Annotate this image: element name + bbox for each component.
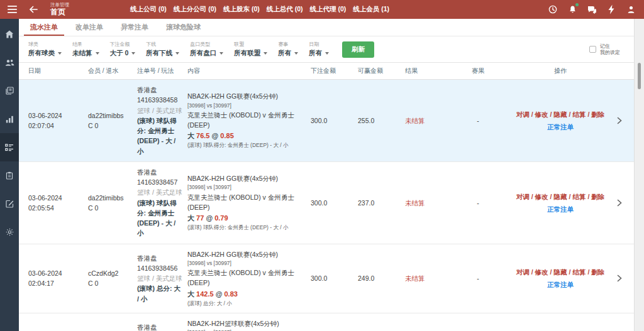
normal-bet-link[interactable]: 正常注单 [508,122,613,132]
chevron-down-icon [264,52,267,55]
breadcrumb: 注单管理 [50,3,69,8]
action-swap[interactable]: 对调 [516,193,530,200]
table-row[interactable]: 03-06-2024 02:05:54 da22timibbs C 0 香港盘 … [19,162,634,244]
tab-modified-bets[interactable]: 改单注单 [67,19,112,36]
bet-sport: 篮球 / 美式足球 [137,273,184,283]
action-swap[interactable]: 对调 [516,111,530,118]
tab-inplay-danger[interactable]: 滚球危险球 [157,19,209,36]
normal-bet-link[interactable]: 正常注单 [508,204,613,214]
chat-icon[interactable] [586,4,597,15]
match-score: - [452,116,508,126]
scrollbar-thumb[interactable] [638,63,641,89]
action-swap[interactable]: 对调 [516,268,530,276]
sidebar-item-home[interactable] [0,20,19,48]
league-name: NBA2K-H2H GG联赛(4x5分钟) [187,249,307,259]
header-amount: 下注金额 [311,67,358,75]
action-delete[interactable]: 删除 [591,111,604,118]
bet-play-type: (滚球) 球队得分: 金州勇士 (DEEP) - 大 / 小 [137,116,184,156]
bell-icon[interactable] [567,4,578,15]
sidebar-item-clipboard[interactable] [0,161,19,190]
sidebar-item-notes[interactable] [0,190,19,218]
nav-online-agent[interactable]: 线上代理 (0) [310,5,347,14]
back-arrow-icon[interactable] [25,1,42,18]
chevron-down-icon [58,52,62,55]
bet-id: 14163938457 [137,177,184,187]
nav-online-shareholder[interactable]: 线上股东 (0) [223,5,260,14]
match-score: - [452,273,508,283]
match-ids: [30998] vs [30997] [187,183,307,192]
chevron-down-icon [294,52,298,55]
documents-icon [5,87,14,95]
normal-bet-link[interactable]: 正常注单 [508,279,613,290]
action-settle[interactable]: 结算 [572,193,586,200]
bet-play-sub: (滚球) 球队得分: 金州勇士 (DEEP) - 大 / 小 [187,224,307,232]
table-row[interactable]: 03-06-2024 02:07:04 da22timibbs C 0 香港盘 … [19,80,634,162]
action-hide[interactable]: 隐藏 [554,193,567,200]
action-hide[interactable]: 隐藏 [554,111,567,118]
tab-running-bets[interactable]: 流水注单 [21,19,67,36]
remember-settings-checkbox[interactable] [589,46,596,53]
tab-abnormal-bets[interactable]: 异常注单 [112,19,157,36]
page-title-block: 注单管理 首页 [50,3,69,16]
bet-content: NBA2K-H2H篮球联赛(4x5分钟) [30828] vs [30827] … [187,318,311,331]
nav-online-subcompany[interactable]: 线上分公司 (0) [174,5,216,14]
refresh-button[interactable]: 刷新 [342,41,374,58]
filter-sport-dropdown[interactable]: 球类 所有球类 [28,41,62,58]
bet-sport: 篮球 / 美式足球 [137,187,184,197]
filter-date-dropdown[interactable]: 日期 所有 [309,41,329,58]
sidebar-item-bet-orders[interactable] [0,133,19,161]
bet-play-sub: (滚球) 球队得分: 金州勇士 (DEEP) - 大 / 小 [187,141,307,149]
bolt-icon[interactable] [606,4,617,15]
action-hide[interactable]: 隐藏 [554,268,567,276]
bet-number-play: 香港盘 14163938455 篮球 / 美式足球 (滚球) 总分: 大 / 小 [137,322,187,331]
filter-event-dropdown[interactable]: 赛事 所有 [278,41,298,58]
filter-amount-dropdown[interactable]: 下注金额 大于 0 [110,41,136,58]
bet-id: 14163938458 [137,95,184,105]
table-row[interactable]: 03-06-2024 02:03:43 cCzdKdg2 C 0 香港盘 141… [19,313,634,331]
bet-play-type: (滚球) 总分: 大 / 小 [137,283,184,304]
bet-play-sub: (滚球) 总分: 大 / 小 [187,300,307,308]
match-ids: [30998] vs [30997] [187,102,307,110]
sidebar-item-documents[interactable] [0,77,19,105]
filter-market-type-dropdown[interactable]: 盘口类型 所有盘口 [190,41,223,58]
bet-number-play: 香港盘 14163938458 篮球 / 美式足球 (滚球) 球队得分: 金州勇… [137,85,187,156]
action-settle[interactable]: 结算 [572,268,586,276]
action-settle[interactable]: 结算 [572,111,586,118]
action-modify[interactable]: 修改 [535,193,548,200]
bet-pick: 大 142.5 @ 0.83 [187,289,307,300]
table-row[interactable]: 03-06-2024 02:04:17 cCzdKdg2 C 0 香港盘 141… [19,244,634,313]
nav-online-company[interactable]: 线上公司 (0) [130,5,167,14]
bet-market: 香港盘 [137,85,184,95]
league-name: NBA2K-H2H篮球联赛(4x5分钟) [187,318,307,328]
hamburger-menu-icon[interactable] [4,1,20,18]
users-icon [5,59,14,67]
filter-result-dropdown[interactable]: 结果 未结算 [72,41,99,58]
row-expand[interactable] [617,199,630,207]
header-result: 结果 [405,67,452,75]
filter-league-dropdown[interactable]: 联盟 所有联盟 [234,41,267,58]
nav-online-member[interactable]: 线上会员 (1) [353,5,389,14]
row-expand[interactable] [617,117,630,124]
online-levels-nav: 线上公司 (0) 线上分公司 (0) 线上股东 (0) 线上总代 (0) 线上代… [130,0,389,19]
nav-online-master-agent[interactable]: 线上总代 (0) [267,5,303,14]
sidebar-item-users[interactable] [0,48,19,77]
sidebar-item-settings[interactable] [0,218,19,246]
bet-market: 香港盘 [137,253,184,263]
account-icon[interactable] [625,4,636,15]
bet-number-play: 香港盘 14163938457 篮球 / 美式足球 (滚球) 球队得分: 金州勇… [137,167,187,239]
action-modify[interactable]: 修改 [535,111,548,118]
action-delete[interactable]: 删除 [591,268,604,276]
scrollbar-track [634,19,644,331]
filter-downline-dropdown[interactable]: 下线 所有下线 [146,41,179,58]
history-icon[interactable] [547,4,558,15]
sidebar [0,19,19,331]
page-title: 首页 [50,8,69,16]
bet-result: 未结算 [405,198,452,208]
bet-content: NBA2K-H2H GG联赛(4x5分钟) [30998] vs [30997]… [187,249,311,308]
row-expand[interactable] [617,274,630,282]
action-modify[interactable]: 修改 [535,268,548,276]
action-delete[interactable]: 删除 [591,193,604,200]
bet-market: 香港盘 [137,322,184,331]
header-member: 会员 / 退水 [88,67,137,75]
sidebar-item-reports[interactable] [0,105,19,133]
